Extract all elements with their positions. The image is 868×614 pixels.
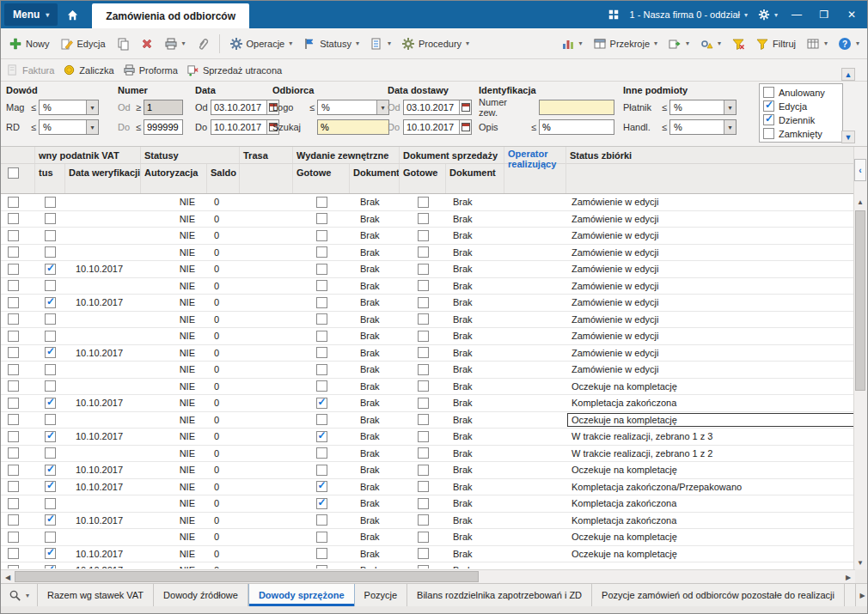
tabs-next-arrow[interactable]: ▶ <box>855 584 868 606</box>
bottom-tab[interactable]: Pozycje <box>355 584 408 606</box>
col-header-ds-dokument[interactable]: Dokument <box>446 164 504 193</box>
minimize-button[interactable]: — <box>788 9 805 21</box>
table-row[interactable]: 10.10.2017 NIE 0 Brak Brak <box>1 562 855 568</box>
handl-select[interactable]: %▾ <box>669 119 737 135</box>
wz-gotowe-checkbox[interactable] <box>316 481 327 492</box>
proforma-button[interactable]: Proforma <box>123 64 178 76</box>
wz-gotowe-checkbox[interactable] <box>316 380 327 392</box>
copy-button[interactable] <box>112 33 134 54</box>
przekroje-menu[interactable]: Przekroje ▾ <box>589 33 662 54</box>
procedures-menu[interactable]: Procedury ▾ <box>397 33 474 54</box>
vat-checkbox[interactable] <box>45 297 56 308</box>
scroll-left-arrow[interactable]: ◀ <box>1 570 15 584</box>
ds-gotowe-checkbox[interactable] <box>418 297 429 308</box>
vat-checkbox[interactable] <box>45 313 56 325</box>
sprzedaz-utracona-button[interactable]: Sprzedaż utracona <box>186 64 282 76</box>
new-button[interactable]: Nowy <box>4 33 54 54</box>
mag-select[interactable]: %▾ <box>39 100 99 115</box>
table-row[interactable]: NIE 0 Brak Brak Oczekuje na kompletację <box>1 412 855 429</box>
wz-gotowe-checkbox[interactable] <box>316 565 327 568</box>
platnik-select[interactable]: %▾ <box>669 100 737 115</box>
vat-checkbox[interactable] <box>45 197 56 208</box>
bottom-tab[interactable]: Bilans rozdzielnika zapotrzebowań i ZD <box>407 584 592 606</box>
vat-checkbox[interactable] <box>45 264 56 275</box>
row-select-checkbox[interactable] <box>8 447 19 459</box>
wz-gotowe-checkbox[interactable] <box>316 398 327 409</box>
ds-gotowe-checkbox[interactable] <box>418 380 429 392</box>
wz-gotowe-checkbox[interactable] <box>316 280 327 291</box>
ds-gotowe-checkbox[interactable] <box>418 264 429 275</box>
ds-gotowe-checkbox[interactable] <box>418 565 429 568</box>
row-select-checkbox[interactable] <box>8 264 19 275</box>
wz-gotowe-checkbox[interactable] <box>316 264 327 275</box>
vat-checkbox[interactable] <box>45 431 56 442</box>
edit-button[interactable]: Edycja <box>56 33 110 54</box>
company-selector[interactable]: 1 - Nasza firma 0 - oddział ▾ <box>630 9 748 20</box>
ds-gotowe-checkbox[interactable] <box>418 246 429 258</box>
ds-gotowe-checkbox[interactable] <box>418 514 429 526</box>
row-select-checkbox[interactable] <box>8 532 19 543</box>
apps-grid-button[interactable] <box>608 9 620 21</box>
zaliczka-button[interactable]: Zaliczka <box>63 64 113 76</box>
table-row[interactable]: NIE 0 Brak Brak W trakcie realizacji, ze… <box>1 446 855 463</box>
numer-zew-input[interactable] <box>539 100 614 115</box>
rd-select[interactable]: %▾ <box>39 119 99 135</box>
table-row[interactable]: 10.10.2017 NIE 0 Brak Brak Oczekuje na k… <box>1 462 855 479</box>
close-button[interactable]: ✕ <box>843 9 860 21</box>
row-select-checkbox[interactable] <box>8 297 19 308</box>
calendar-icon[interactable] <box>459 120 471 134</box>
row-select-checkbox[interactable] <box>8 197 19 208</box>
statuses-menu[interactable]: Statusy ▾ <box>298 33 364 54</box>
row-select-checkbox[interactable] <box>8 347 19 358</box>
vat-checkbox[interactable] <box>45 447 56 459</box>
wz-gotowe-checkbox[interactable] <box>316 213 327 224</box>
table-row[interactable]: NIE 0 Brak Brak Oczekuje na kompletację <box>1 529 855 546</box>
vat-checkbox[interactable] <box>45 465 56 476</box>
row-select-checkbox[interactable] <box>8 514 19 526</box>
wz-gotowe-checkbox[interactable] <box>316 364 327 375</box>
home-button[interactable] <box>59 3 85 26</box>
wz-gotowe-checkbox[interactable] <box>316 431 327 442</box>
scroll-right-arrow[interactable]: ▶ <box>841 570 855 584</box>
wz-gotowe-checkbox[interactable] <box>316 548 327 559</box>
vat-checkbox[interactable] <box>45 246 56 258</box>
table-row[interactable]: 10.10.2017 NIE 0 Brak Brak Kompletacja z… <box>1 479 855 496</box>
ds-gotowe-checkbox[interactable] <box>418 230 429 241</box>
wz-gotowe-checkbox[interactable] <box>316 297 327 308</box>
horizontal-scroll-thumb[interactable] <box>15 571 479 582</box>
ds-gotowe-checkbox[interactable] <box>418 481 429 492</box>
filter-flag-anulowany[interactable]: Anulowany <box>763 87 839 98</box>
filter-flag-edycja[interactable]: Edycja <box>763 100 839 112</box>
data-od-input[interactable]: 03.10.2017 <box>211 100 279 115</box>
wz-gotowe-checkbox[interactable] <box>316 498 327 509</box>
row-select-checkbox[interactable] <box>8 280 19 291</box>
table-row[interactable]: NIE 0 Brak Brak Zamówienie w edycji <box>1 362 855 379</box>
row-select-checkbox[interactable] <box>8 565 19 568</box>
settings-menu[interactable]: ▾ <box>758 9 778 21</box>
vat-checkbox[interactable] <box>45 414 56 425</box>
wz-gotowe-checkbox[interactable] <box>316 414 327 425</box>
chart-menu[interactable]: ▾ <box>557 33 587 54</box>
table-row[interactable]: 10.10.2017 NIE 0 Brak Brak W trakcie rea… <box>1 429 855 446</box>
ds-gotowe-checkbox[interactable] <box>418 213 429 224</box>
table-row[interactable]: NIE 0 Brak Brak Zamówienie w edycji <box>1 245 855 262</box>
checkbox-icon[interactable] <box>763 87 774 98</box>
row-select-checkbox[interactable] <box>8 313 19 325</box>
vat-checkbox[interactable] <box>45 347 56 358</box>
ds-gotowe-checkbox[interactable] <box>418 197 429 208</box>
row-select-checkbox[interactable] <box>8 431 19 442</box>
filter-flag-dziennik[interactable]: Dziennik <box>763 114 839 125</box>
table-row[interactable]: NIE 0 Brak Brak Zamówienie w edycji <box>1 228 855 245</box>
ds-gotowe-checkbox[interactable] <box>418 465 429 476</box>
row-select-checkbox[interactable] <box>8 548 19 559</box>
ds-gotowe-checkbox[interactable] <box>418 364 429 375</box>
table-row[interactable]: 10.10.2017 NIE 0 Brak Brak Zamówienie w … <box>1 295 855 312</box>
row-select-checkbox[interactable] <box>8 246 19 258</box>
col-header-ds-gotowe[interactable]: Gotowe <box>400 164 446 193</box>
delete-button[interactable] <box>136 33 158 54</box>
data-do-input[interactable]: 10.10.2017 <box>211 119 279 135</box>
col-header-status[interactable]: tus <box>35 164 65 193</box>
menu-button[interactable]: Menu ▾ <box>4 3 58 26</box>
row-select-checkbox[interactable] <box>8 364 19 375</box>
filter-collapse-up-button[interactable]: ▲ <box>841 68 855 81</box>
